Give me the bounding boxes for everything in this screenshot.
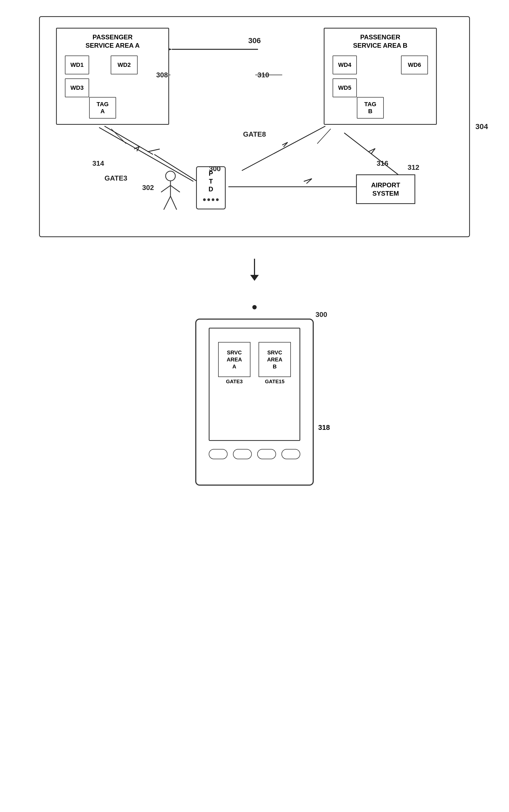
srvc-area-b-box: SRVCAREAB [259,342,291,377]
wd1-box: WD1 [65,56,89,74]
ptd-screen: SRVCAREAA SRVCAREAB GATE3 GATE15 [209,328,300,441]
svg-line-25 [161,186,170,192]
ref-318: 318 [318,423,330,432]
svg-line-18 [306,179,312,184]
service-area-a: PASSENGERSERVICE AREA A WD1 WD2 WD3 TAG … [56,28,169,125]
svg-line-21 [111,129,126,144]
ptd-letters: PTD [208,170,213,193]
ref-312: 312 [408,163,419,172]
srvc-area-row: SRVCAREAA SRVCAREAB [218,342,291,377]
gate3-label: GATE3 [104,174,127,183]
person-figure [158,171,182,212]
svg-line-4 [104,126,153,155]
svg-line-17 [304,179,312,182]
ptd-button-2[interactable] [233,449,252,459]
wd2-box: WD2 [111,56,138,74]
arrow-306-label: 306 [248,36,261,45]
ptd-button-4[interactable] [281,449,300,459]
svg-point-23 [166,171,175,181]
ptd-button-1[interactable] [209,449,228,459]
tag-b-box: TAG B [357,97,384,119]
svg-line-13 [344,133,403,179]
gate-a-label: GATE3 [218,379,250,385]
svg-line-5 [147,149,160,152]
gate-b-label: GATE15 [259,379,291,385]
service-area-a-title: PASSENGERSERVICE AREA A [57,33,168,50]
gate-row: GATE3 GATE15 [218,379,291,385]
airport-system-box: AIRPORTSYSTEM [356,174,415,204]
wd6-box: WD6 [401,56,428,74]
wd4-box: WD4 [333,56,357,74]
page-container: PASSENGERSERVICE AREA A WD1 WD2 WD3 TAG … [0,0,509,812]
svg-line-28 [170,196,177,210]
svg-line-26 [170,186,180,192]
wd5-box: WD5 [333,78,357,97]
svg-line-14 [368,149,375,152]
wd3-box: WD3 [65,78,89,97]
ptd-buttons [209,449,300,459]
svg-line-27 [164,196,170,210]
top-diagram: PASSENGERSERVICE AREA A WD1 WD2 WD3 TAG … [39,16,470,237]
srvc-area-a-box: SRVCAREAA [218,342,250,377]
ptd-ref-300: 300 [209,165,220,173]
ref-304: 304 [475,122,488,131]
svg-line-22 [317,129,331,144]
ptd-button-3[interactable] [257,449,276,459]
service-area-b-title: PASSENGERSERVICE AREA B [325,33,436,50]
ptd-dots [203,198,219,201]
gate8-label: GATE8 [243,130,266,138]
svg-line-15 [371,149,375,154]
service-area-b: PASSENGERSERVICE AREA B WD4 WD5 WD6 TAG … [324,28,437,125]
antenna-dot [252,305,257,310]
svg-line-12 [283,142,287,147]
label-310: 310 [258,71,269,79]
svg-line-9 [137,147,139,151]
down-arrow [250,259,259,281]
ptd-large: SRVCAREAA SRVCAREAB GATE3 GATE15 [195,319,314,486]
ptd-bottom-ref-300: 300 [316,311,327,319]
svg-line-11 [282,142,287,145]
label-308: 308 [156,71,168,79]
ref-314: 314 [92,159,104,168]
ref-316: 316 [377,159,388,168]
bottom-diagram: SRVCAREAA SRVCAREAB GATE3 GATE15 [184,297,325,491]
person-ref-302: 302 [142,184,154,192]
tag-a-box: TAG A [89,97,116,119]
svg-line-8 [134,147,139,149]
